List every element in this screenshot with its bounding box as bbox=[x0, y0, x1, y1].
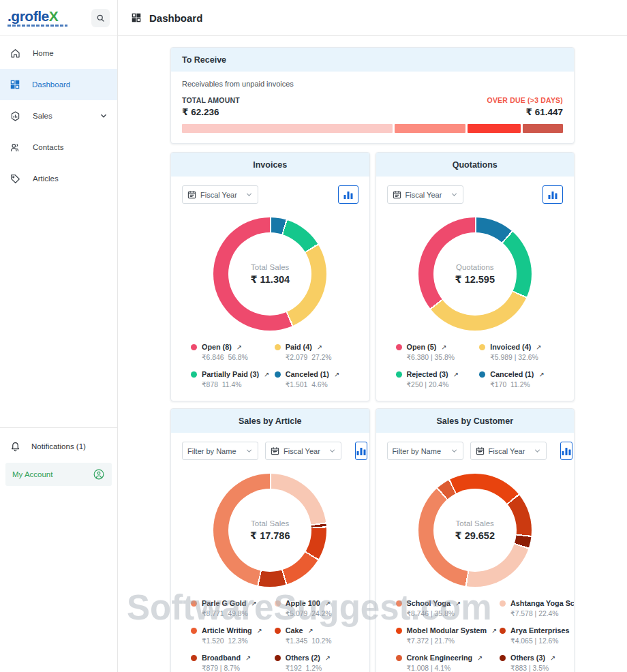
donut-center: Quotations₹ 12.595 bbox=[433, 232, 517, 316]
bell-icon bbox=[10, 441, 21, 453]
sales-by-article-donut-chart[interactable]: Total Sales₹ 17.786 bbox=[213, 474, 326, 587]
chevron-down-icon bbox=[328, 447, 336, 455]
sidebar-item-dashboard[interactable]: Dashboard bbox=[0, 69, 117, 100]
legend-label: Rejected (3) bbox=[407, 370, 448, 378]
legend-item-cake[interactable]: Cake↗₹1.345 10.2% bbox=[275, 626, 356, 645]
chart-legend: Parle G Gold↗₹8.771 49.8%Apple 100↗₹5.07… bbox=[182, 598, 358, 672]
sidebar-item-articles[interactable]: Articles bbox=[0, 163, 117, 194]
search-icon bbox=[95, 13, 106, 23]
home-icon bbox=[10, 48, 21, 59]
bar-chart-toggle-button[interactable] bbox=[338, 185, 358, 204]
legend-label: Parle G Gold bbox=[202, 599, 246, 607]
receivables-bar-segment bbox=[395, 124, 465, 133]
legend-item-partially-paid-3[interactable]: Partially Paid (3)↗₹878 11.4% bbox=[191, 370, 272, 388]
legend-item-others-3[interactable]: Others (3)↗₹883 | 3.5% bbox=[500, 654, 575, 672]
legend-label: Canceled (1) bbox=[490, 370, 534, 378]
receivables-bar-segment bbox=[468, 124, 521, 133]
legend-dot bbox=[275, 655, 281, 661]
legend-dot bbox=[396, 628, 402, 634]
groflex-logo[interactable]: .grofleX bbox=[7, 9, 67, 27]
legend-label: Open (5) bbox=[407, 343, 437, 351]
calendar-icon bbox=[393, 190, 401, 199]
legend-value: ₹6.380 | 35.8% bbox=[407, 353, 477, 361]
fiscal-year-select[interactable]: Fiscal Year bbox=[182, 185, 258, 204]
logo-text: .grofleX bbox=[7, 8, 58, 24]
legend-item-parle-g-gold[interactable]: Parle G Gold↗₹8.771 49.8% bbox=[191, 599, 272, 617]
legend-item-open-8[interactable]: Open (8)↗₹6.846 56.8% bbox=[191, 343, 272, 361]
logo-tagline bbox=[7, 25, 67, 27]
legend-item-school-yoga[interactable]: School Yoga↗₹8.746 | 35.8% bbox=[396, 599, 498, 617]
legend-item-article-writing[interactable]: Article Writing↗₹1.520 12.3% bbox=[191, 626, 272, 645]
legend-item-arya-enterprises[interactable]: Arya Enterprises↗₹4.065 | 12.6% bbox=[500, 626, 575, 645]
sidebar-item-sales[interactable]: Sales bbox=[0, 100, 117, 132]
my-account-item[interactable]: My Account bbox=[5, 463, 112, 486]
legend-value: ₹1.520 12.3% bbox=[202, 637, 272, 645]
legend-label: Cake bbox=[286, 626, 303, 635]
legend-item-canceled-1[interactable]: Canceled (1)↗₹170 11.2% bbox=[479, 370, 560, 388]
legend-item-canceled-1[interactable]: Canceled (1)↗₹1.501 4.6% bbox=[275, 370, 356, 388]
fiscal-year-select[interactable]: Fiscal Year bbox=[470, 442, 547, 460]
legend-value: ₹7.578 | 22.4% bbox=[510, 609, 575, 617]
bar-chart-toggle-button[interactable] bbox=[355, 442, 367, 460]
legend-dot bbox=[275, 600, 281, 607]
legend-item-others-2[interactable]: Others (2)↗₹192 1.2% bbox=[275, 654, 356, 672]
contacts-icon bbox=[10, 142, 21, 153]
legend-item-rejected-3[interactable]: Rejected (3)↗₹250 | 20.4% bbox=[396, 370, 477, 388]
legend-item-broadband[interactable]: Broadband↗₹879 | 8.7% bbox=[191, 654, 272, 672]
legend-item-invoiced-4[interactable]: Invoiced (4)↗₹5.989 | 32.6% bbox=[479, 343, 560, 361]
external-link-icon: ↗ bbox=[453, 371, 459, 378]
legend-item-cronk-engineering[interactable]: Cronk Engineering↗₹1.008 | 4.1% bbox=[396, 654, 498, 672]
filter-by-name-select[interactable]: Filter by Name bbox=[182, 442, 258, 460]
search-button[interactable] bbox=[91, 9, 110, 27]
sidebar-item-contacts[interactable]: Contacts bbox=[0, 132, 117, 163]
quotations-donut-chart[interactable]: Quotations₹ 12.595 bbox=[418, 217, 532, 331]
chevron-down-icon bbox=[450, 191, 458, 198]
legend-dot bbox=[191, 344, 197, 350]
legend-dot bbox=[479, 344, 485, 350]
card-sales-by-customer: Sales by CustomerFilter by NameFiscal Ye… bbox=[376, 408, 575, 672]
legend-label: Arya Enterprises bbox=[510, 626, 569, 635]
my-account-label: My Account bbox=[12, 470, 52, 478]
bar-chart-toggle-button[interactable] bbox=[542, 185, 563, 204]
notifications-item[interactable]: Notifications (1) bbox=[5, 433, 112, 459]
sidebar-item-label: Articles bbox=[33, 174, 59, 183]
bar-chart-toggle-button[interactable] bbox=[560, 442, 572, 460]
fiscal-year-select[interactable]: Fiscal Year bbox=[265, 442, 341, 460]
legend-item-paid-4[interactable]: Paid (4)↗₹2.079 27.2% bbox=[275, 343, 356, 361]
legend-value: ₹192 1.2% bbox=[286, 664, 356, 672]
legend-value: ₹878 11.4% bbox=[202, 380, 272, 388]
legend-dot bbox=[396, 600, 402, 607]
to-receive-title: To Receive bbox=[171, 48, 574, 72]
legend-label: Broadband bbox=[202, 654, 241, 662]
external-link-icon: ↗ bbox=[536, 343, 541, 351]
external-link-icon: ↗ bbox=[334, 371, 339, 378]
legend-item-ashtanga-yoga-school[interactable]: Ashtanga Yoga School↗₹7.578 | 22.4% bbox=[500, 599, 575, 617]
donut-center-label: Total Sales bbox=[251, 519, 289, 528]
bar-chart-icon bbox=[356, 446, 367, 456]
external-link-icon: ↗ bbox=[245, 654, 251, 662]
card-title: Sales by Customer bbox=[376, 409, 575, 433]
legend-label: Mobel Modular System bbox=[407, 626, 487, 635]
legend-value: ₹883 | 3.5% bbox=[510, 664, 575, 672]
legend-item-apple-100[interactable]: Apple 100↗₹5.079 24.2% bbox=[275, 599, 356, 617]
legend-item-open-5[interactable]: Open (5)↗₹6.380 | 35.8% bbox=[396, 343, 477, 361]
donut-center-label: Total Sales bbox=[251, 263, 289, 271]
sidebar-item-home[interactable]: Home bbox=[0, 37, 117, 69]
external-link-icon: ↗ bbox=[574, 627, 575, 635]
sidebar-item-label: Dashboard bbox=[32, 80, 70, 89]
legend-value: ₹7.372 | 21.7% bbox=[407, 637, 498, 645]
legend-label: School Yoga bbox=[407, 599, 450, 607]
to-receive-card: To Receive Receivables from unpaid invoi… bbox=[170, 47, 575, 144]
bar-chart-icon bbox=[547, 190, 558, 200]
sales-by-customer-donut-chart[interactable]: Total Sales₹ 29.652 bbox=[418, 474, 532, 587]
filter-by-name-select[interactable]: Filter by Name bbox=[387, 442, 463, 460]
card-title: Invoices bbox=[171, 153, 369, 177]
select-value: Fiscal Year bbox=[200, 191, 241, 199]
external-link-icon: ↗ bbox=[550, 654, 555, 662]
fiscal-year-select[interactable]: Fiscal Year bbox=[387, 185, 463, 204]
legend-item-mobel-modular-system[interactable]: Mobel Modular System↗₹7.372 | 21.7% bbox=[396, 626, 498, 645]
legend-dot bbox=[191, 628, 197, 634]
invoices-donut-chart[interactable]: Total Sales₹ 11.304 bbox=[213, 217, 326, 331]
donut-center-label: Total Sales bbox=[456, 519, 494, 528]
user-circle-icon bbox=[93, 468, 105, 480]
